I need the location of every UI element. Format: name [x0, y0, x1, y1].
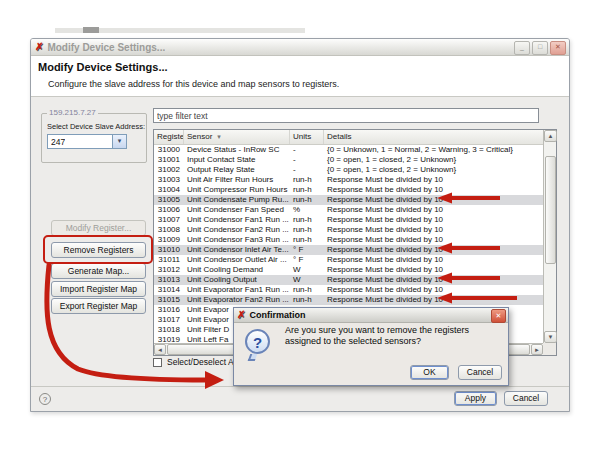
row-units: run-h	[290, 225, 324, 235]
row-units: -	[290, 145, 324, 155]
scroll-left-icon[interactable]: ◄	[154, 344, 166, 355]
minimize-icon[interactable]: _	[514, 41, 530, 55]
vertical-scrollbar[interactable]: ▲ ▼	[543, 130, 556, 343]
slave-address-combobox[interactable]: 247 ▾	[47, 134, 127, 149]
row-register: 31000	[154, 145, 184, 155]
column-header-units[interactable]: Units	[290, 130, 324, 144]
close-icon[interactable]: ✕	[550, 41, 566, 55]
row-sensor: Unit Condensor Fan2 Run ...	[184, 225, 290, 235]
ok-button[interactable]: OK	[410, 365, 449, 380]
slave-address-value: 247	[51, 137, 65, 147]
table-row[interactable]: 31006Unit Condenser Fan Speed%Response M…	[154, 205, 543, 215]
column-header-sensor-label: Sensor	[187, 132, 212, 141]
window-controls: _ □ ✕	[514, 41, 566, 55]
filter-input[interactable]	[153, 108, 539, 123]
cropped-background-window-fragment	[83, 27, 99, 33]
row-units: run-h	[290, 175, 324, 185]
row-sensor: Input Contact State	[184, 155, 290, 165]
select-deselect-all-checkbox[interactable]	[153, 358, 162, 367]
scroll-up-icon[interactable]: ▲	[544, 130, 557, 142]
maximize-icon[interactable]: □	[532, 41, 548, 55]
table-row[interactable]: 31000Device Status - InRow SC-{0 = Unkno…	[154, 145, 543, 155]
row-register: 31015	[154, 295, 184, 305]
table-row[interactable]: 31011Unit Condensor Outlet Air ...° FRes…	[154, 255, 543, 265]
row-units: W	[290, 265, 324, 275]
row-details: Response Must be divided by 10	[324, 285, 543, 295]
table-row[interactable]: 31001Input Contact State-{0 = open, 1 = …	[154, 155, 543, 165]
dialog-header-band: Modify Device Settings... Configure the …	[31, 56, 569, 97]
scroll-right-icon[interactable]: ►	[531, 344, 543, 355]
cancel-button[interactable]: Cancel	[504, 391, 548, 406]
table-row[interactable]: 31005Unit Condensate Pump Ru...run-hResp…	[154, 195, 543, 205]
row-register: 31002	[154, 165, 184, 175]
row-sensor: Unit Cooling Demand	[184, 265, 290, 275]
table-row[interactable]: 31013Unit Cooling OutputWResponse Must b…	[154, 275, 543, 285]
table-header: Register Sensor▾ Units Details	[154, 130, 543, 145]
confirmation-dialog: ✗ Confirmation ✕ ? Are you sure you want…	[233, 307, 509, 386]
row-register: 31003	[154, 175, 184, 185]
dialog-cancel-button[interactable]: Cancel	[458, 365, 502, 380]
row-details: Response Must be divided by 10	[324, 215, 543, 225]
row-units: run-h	[290, 215, 324, 225]
column-header-details[interactable]: Details	[324, 130, 543, 144]
vertical-scrollbar-thumb[interactable]	[545, 156, 556, 264]
table-row[interactable]: 31008Unit Condensor Fan2 Run ...run-hRes…	[154, 225, 543, 235]
table-row[interactable]: 31009Unit Condensor Fan3 Run ...run-hRes…	[154, 235, 543, 245]
table-row[interactable]: 31012Unit Cooling DemandWResponse Must b…	[154, 265, 543, 275]
slave-address-label: Select Device Slave Address:	[47, 122, 145, 131]
row-details: Response Must be divided by 10	[324, 195, 543, 205]
export-register-map-button[interactable]: Export Register Map	[51, 298, 146, 314]
import-register-map-button[interactable]: Import Register Map	[51, 281, 146, 297]
row-register: 31013	[154, 275, 184, 285]
row-register: 31011	[154, 255, 184, 265]
row-details: {0 = open, 1 = closed, 2 = Unknown}	[324, 165, 543, 175]
table-row[interactable]: 31003Unit Air Filter Run Hoursrun-hRespo…	[154, 175, 543, 185]
row-units: W	[290, 275, 324, 285]
sort-indicator-icon: ▾	[217, 133, 221, 140]
table-row[interactable]: 31002Output Relay State-{0 = open, 1 = c…	[154, 165, 543, 175]
row-details: Response Must be divided by 10	[324, 265, 543, 275]
row-units: run-h	[290, 195, 324, 205]
table-row[interactable]: 31014Unit Evaporator Fan1 Run ...run-hRe…	[154, 285, 543, 295]
row-sensor: Unit Condensate Pump Ru...	[184, 195, 290, 205]
row-units: -	[290, 165, 324, 175]
confirmation-close-icon[interactable]: ✕	[491, 309, 506, 323]
row-register: 31012	[154, 265, 184, 275]
row-details: Response Must be divided by 10	[324, 275, 543, 285]
row-details: Response Must be divided by 10	[324, 245, 543, 255]
row-details: {0 = open, 1 = closed, 2 = Unknown}	[324, 155, 543, 165]
chevron-down-icon[interactable]: ▾	[112, 135, 126, 148]
row-units: ° F	[290, 255, 324, 265]
row-units: run-h	[290, 185, 324, 195]
column-header-register[interactable]: Register	[154, 130, 184, 144]
row-register: 31001	[154, 155, 184, 165]
column-header-sensor[interactable]: Sensor▾	[184, 130, 290, 144]
table-row[interactable]: 31015Unit Evaporator Fan2 Run ...run-hRe…	[154, 295, 543, 305]
row-units: %	[290, 205, 324, 215]
table-row[interactable]: 31004Unit Compressor Run Hoursrun-hRespo…	[154, 185, 543, 195]
row-details: Response Must be divided by 10	[324, 295, 543, 305]
generate-map-button[interactable]: Generate Map...	[51, 263, 146, 279]
help-icon[interactable]: ?	[39, 393, 51, 405]
window-titlebar[interactable]: ✗ Modify Device Settings... _ □ ✕	[31, 39, 569, 56]
confirmation-titlebar[interactable]: ✗ Confirmation	[234, 308, 508, 323]
row-register: 31008	[154, 225, 184, 235]
confirmation-message: Are you sure you want to remove the regi…	[285, 325, 503, 347]
modify-register-button: Modify Register...	[51, 220, 146, 236]
row-register: 31017	[154, 315, 184, 325]
table-row[interactable]: 31010Unit Condensor Inlet Air Te...° FRe…	[154, 245, 543, 255]
row-register: 31004	[154, 185, 184, 195]
scroll-down-icon[interactable]: ▼	[544, 331, 557, 343]
row-sensor: Unit Condensor Inlet Air Te...	[184, 245, 290, 255]
page-subtitle: Configure the slave address for this dev…	[48, 79, 339, 89]
row-details: {0 = Unknown, 1 = Normal, 2 = Warning, 3…	[324, 145, 543, 155]
row-register: 31018	[154, 325, 184, 335]
question-icon: ?	[245, 329, 270, 354]
table-row[interactable]: 31007Unit Condensor Fan1 Run ...run-hRes…	[154, 215, 543, 225]
row-sensor: Unit Evaporator Fan2 Run ...	[184, 295, 290, 305]
row-sensor: Unit Condensor Outlet Air ...	[184, 255, 290, 265]
apply-button[interactable]: Apply	[454, 391, 497, 406]
row-sensor: Unit Condenser Fan Speed	[184, 205, 290, 215]
confirmation-app-icon: ✗	[237, 310, 245, 320]
row-sensor: Unit Cooling Output	[184, 275, 290, 285]
